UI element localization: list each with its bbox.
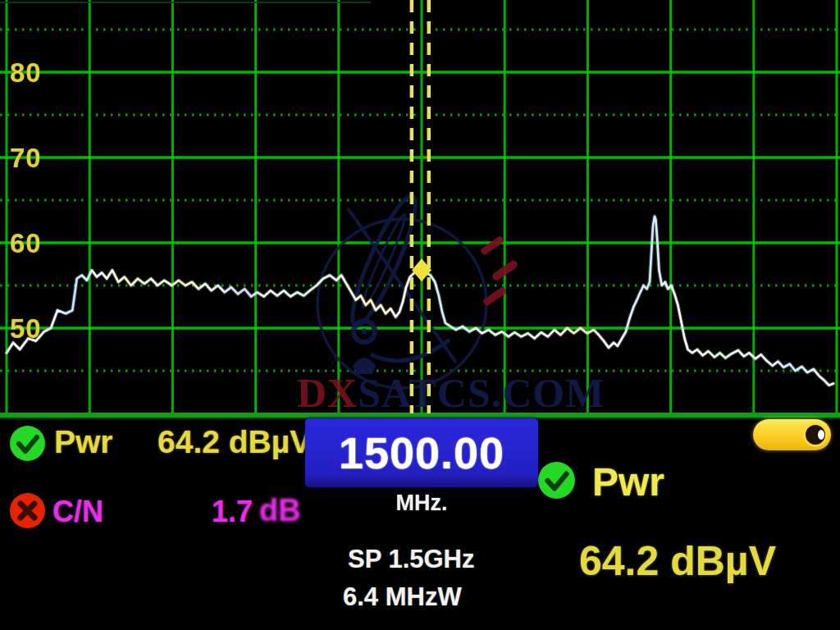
check-circle-icon[interactable]	[9, 425, 46, 462]
selected-measurement-label: Pwr	[592, 459, 664, 504]
y-axis-label: 70	[10, 144, 42, 171]
span-label: SP 1.5GHz	[348, 545, 475, 574]
frequency-field[interactable]: 1500.00	[305, 418, 538, 487]
spectrum-plot: DXSATCS.COM 9080706050	[0, 0, 840, 418]
y-axis-label: 50	[10, 315, 42, 342]
battery-icon	[753, 419, 831, 450]
check-circle-icon	[537, 461, 576, 500]
cn-unit: dB	[259, 493, 301, 528]
frequency-value: 1500.00	[339, 427, 504, 478]
y-axis-label: 60	[10, 230, 42, 257]
cn-value: 1.7	[212, 495, 253, 529]
watermark-logo: DXSATCS.COM	[297, 191, 605, 416]
spectrum-analyzer-screen: DXSATCS.COM 9080706050 Pwr 64.2 dBµV C/N…	[0, 0, 840, 630]
battery-end-cap	[803, 422, 828, 447]
panel-separator	[0, 413, 840, 418]
pwr-label: Pwr	[54, 424, 113, 460]
watermark-text: DXSATCS.COM	[297, 370, 605, 416]
selected-measurement-value: 64.2 dBµV	[579, 537, 776, 585]
cn-label: C/N	[52, 495, 103, 529]
x-circle-icon[interactable]	[9, 492, 46, 529]
y-axis-label: 80	[10, 59, 42, 86]
frequency-unit: MHz.	[305, 491, 538, 516]
y-axis-label: 90	[10, 0, 42, 1]
grid-lines	[0, 0, 840, 414]
pwr-value: 64.2 dBµV	[158, 424, 311, 460]
bandwidth-label: 6.4 MHzW	[343, 582, 462, 612]
